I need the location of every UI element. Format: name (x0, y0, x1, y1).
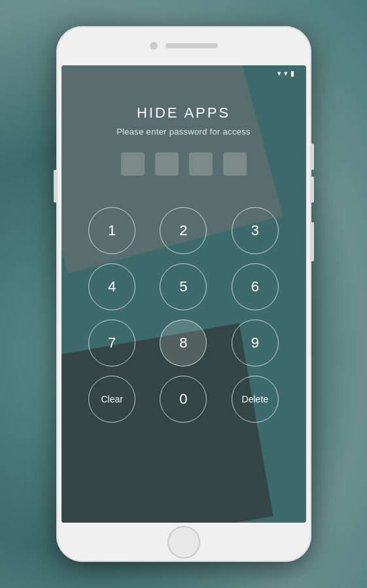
pin-dot-4 (223, 152, 247, 176)
power-button[interactable] (310, 222, 314, 261)
numpad-button-3[interactable]: 3 (232, 207, 279, 254)
home-button[interactable] (167, 526, 200, 559)
numpad-button-7[interactable]: 7 (88, 319, 135, 367)
pin-dot-1 (121, 152, 145, 176)
clear-label: Clear (101, 394, 122, 404)
numpad-button-delete[interactable]: Delete (232, 376, 279, 423)
pin-dot-2 (155, 152, 179, 176)
numpad-button-5[interactable]: 5 (160, 263, 207, 310)
numpad: 1 2 3 4 5 6 7 8 9 Clear 0 Delete (61, 207, 306, 423)
app-title: HIDE APPS (137, 105, 230, 122)
screen-content: ▾ ▾ ▮ HIDE APPS Please enter password fo… (61, 65, 306, 523)
pin-dot-3 (189, 152, 213, 176)
phone-speaker (166, 43, 218, 48)
app-subtitle: Please enter password for access (116, 127, 251, 137)
volume-down-button[interactable] (310, 176, 314, 203)
phone-top-bar (56, 26, 311, 65)
numpad-button-8[interactable]: 8 (160, 319, 207, 367)
front-camera (150, 42, 158, 50)
numpad-button-4[interactable]: 4 (88, 263, 135, 310)
phone-device: ▾ ▾ ▮ HIDE APPS Please enter password fo… (56, 26, 311, 562)
phone-screen: ▾ ▾ ▮ HIDE APPS Please enter password fo… (61, 65, 306, 523)
battery-icon: ▮ (290, 69, 294, 78)
status-icons: ▾ ▾ ▮ (277, 69, 300, 78)
left-side-button (54, 170, 58, 203)
phone-bottom-bar (167, 523, 200, 562)
numpad-button-2[interactable]: 2 (160, 207, 207, 254)
numpad-button-9[interactable]: 9 (232, 319, 279, 367)
status-bar: ▾ ▾ ▮ (61, 65, 306, 81)
volume-up-button[interactable] (310, 144, 314, 170)
numpad-button-1[interactable]: 1 (88, 207, 135, 254)
pin-dots-container (121, 152, 247, 176)
wifi-icon: ▾ (277, 69, 281, 78)
numpad-button-0[interactable]: 0 (160, 376, 207, 423)
numpad-button-clear[interactable]: Clear (88, 376, 135, 423)
delete-label: Delete (242, 394, 268, 404)
signal-icon: ▾ (284, 69, 288, 78)
numpad-button-6[interactable]: 6 (232, 263, 279, 310)
